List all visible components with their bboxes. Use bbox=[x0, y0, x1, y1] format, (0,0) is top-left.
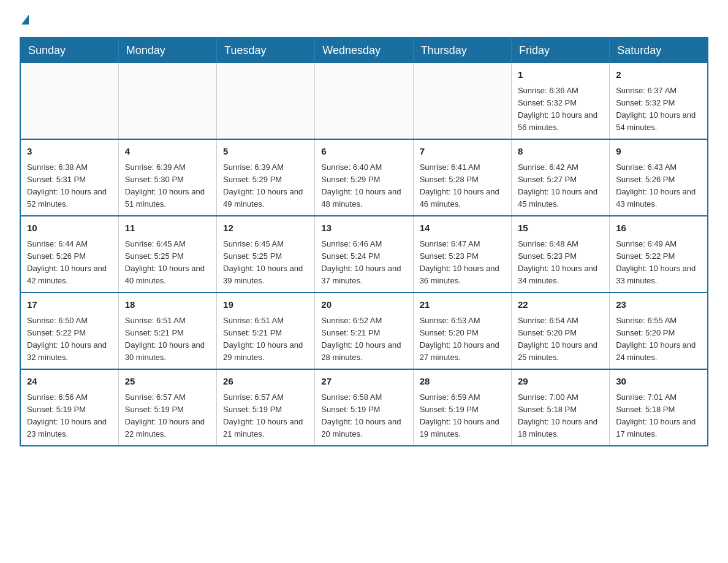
day-info: Sunrise: 6:47 AM Sunset: 5:23 PM Dayligh… bbox=[420, 238, 505, 288]
day-number: 16 bbox=[616, 221, 701, 236]
day-info: Sunrise: 6:52 AM Sunset: 5:21 PM Dayligh… bbox=[321, 315, 406, 364]
day-number: 17 bbox=[27, 298, 112, 312]
calendar-cell: 1Sunrise: 6:36 AM Sunset: 5:32 PM Daylig… bbox=[511, 63, 609, 139]
calendar-cell: 14Sunrise: 6:47 AM Sunset: 5:23 PM Dayli… bbox=[413, 216, 511, 293]
calendar-table: SundayMondayTuesdayWednesdayThursdayFrid… bbox=[20, 37, 708, 446]
day-info: Sunrise: 7:00 AM Sunset: 5:18 PM Dayligh… bbox=[518, 391, 603, 441]
day-number: 9 bbox=[616, 145, 701, 159]
day-number: 19 bbox=[223, 298, 308, 312]
day-number: 23 bbox=[616, 298, 701, 312]
day-info: Sunrise: 6:38 AM Sunset: 5:31 PM Dayligh… bbox=[27, 161, 112, 211]
calendar-cell bbox=[315, 63, 413, 139]
day-info: Sunrise: 6:39 AM Sunset: 5:29 PM Dayligh… bbox=[223, 161, 308, 211]
day-info: Sunrise: 6:42 AM Sunset: 5:27 PM Dayligh… bbox=[518, 161, 603, 211]
calendar-cell: 16Sunrise: 6:49 AM Sunset: 5:22 PM Dayli… bbox=[610, 216, 708, 293]
day-info: Sunrise: 6:51 AM Sunset: 5:21 PM Dayligh… bbox=[125, 315, 210, 364]
calendar-cell: 21Sunrise: 6:53 AM Sunset: 5:20 PM Dayli… bbox=[413, 293, 511, 369]
calendar-cell: 26Sunrise: 6:57 AM Sunset: 5:19 PM Dayli… bbox=[217, 369, 315, 446]
calendar-cell: 24Sunrise: 6:56 AM Sunset: 5:19 PM Dayli… bbox=[20, 369, 118, 446]
logo-triangle-icon bbox=[21, 15, 29, 25]
calendar-cell: 8Sunrise: 6:42 AM Sunset: 5:27 PM Daylig… bbox=[511, 139, 609, 216]
day-info: Sunrise: 6:57 AM Sunset: 5:19 PM Dayligh… bbox=[125, 391, 210, 441]
calendar-cell: 7Sunrise: 6:41 AM Sunset: 5:28 PM Daylig… bbox=[413, 139, 511, 216]
calendar-cell: 13Sunrise: 6:46 AM Sunset: 5:24 PM Dayli… bbox=[315, 216, 413, 293]
day-number: 29 bbox=[518, 375, 603, 389]
calendar-cell: 22Sunrise: 6:54 AM Sunset: 5:20 PM Dayli… bbox=[511, 293, 609, 369]
day-number: 12 bbox=[223, 221, 308, 236]
calendar-cell: 18Sunrise: 6:51 AM Sunset: 5:21 PM Dayli… bbox=[118, 293, 216, 369]
day-number: 10 bbox=[27, 221, 112, 236]
day-number: 15 bbox=[518, 221, 603, 236]
calendar-cell: 11Sunrise: 6:45 AM Sunset: 5:25 PM Dayli… bbox=[118, 216, 216, 293]
calendar-cell bbox=[413, 63, 511, 139]
day-info: Sunrise: 6:58 AM Sunset: 5:19 PM Dayligh… bbox=[321, 391, 406, 441]
day-info: Sunrise: 6:46 AM Sunset: 5:24 PM Dayligh… bbox=[321, 238, 406, 288]
day-info: Sunrise: 6:57 AM Sunset: 5:19 PM Dayligh… bbox=[223, 391, 308, 441]
calendar-cell: 29Sunrise: 7:00 AM Sunset: 5:18 PM Dayli… bbox=[511, 369, 609, 446]
day-number: 24 bbox=[27, 375, 112, 389]
calendar-cell: 10Sunrise: 6:44 AM Sunset: 5:26 PM Dayli… bbox=[20, 216, 118, 293]
col-header-wednesday: Wednesday bbox=[315, 37, 413, 63]
day-number: 20 bbox=[321, 298, 406, 312]
calendar-cell bbox=[20, 63, 118, 139]
calendar-header-row: SundayMondayTuesdayWednesdayThursdayFrid… bbox=[20, 37, 708, 63]
day-number: 8 bbox=[518, 145, 603, 159]
calendar-cell: 27Sunrise: 6:58 AM Sunset: 5:19 PM Dayli… bbox=[315, 369, 413, 446]
calendar-cell: 23Sunrise: 6:55 AM Sunset: 5:20 PM Dayli… bbox=[610, 293, 708, 369]
day-number: 28 bbox=[420, 375, 505, 389]
calendar-cell: 4Sunrise: 6:39 AM Sunset: 5:30 PM Daylig… bbox=[118, 139, 216, 216]
day-info: Sunrise: 6:40 AM Sunset: 5:29 PM Dayligh… bbox=[321, 161, 406, 211]
day-info: Sunrise: 6:45 AM Sunset: 5:25 PM Dayligh… bbox=[223, 238, 308, 288]
col-header-thursday: Thursday bbox=[413, 37, 511, 63]
calendar-week-row-3: 10Sunrise: 6:44 AM Sunset: 5:26 PM Dayli… bbox=[20, 216, 708, 293]
calendar-cell: 6Sunrise: 6:40 AM Sunset: 5:29 PM Daylig… bbox=[315, 139, 413, 216]
day-number: 6 bbox=[321, 145, 406, 159]
day-number: 4 bbox=[125, 145, 210, 159]
day-info: Sunrise: 7:01 AM Sunset: 5:18 PM Dayligh… bbox=[616, 391, 701, 441]
calendar-cell bbox=[217, 63, 315, 139]
col-header-saturday: Saturday bbox=[610, 37, 708, 63]
calendar-week-row-5: 24Sunrise: 6:56 AM Sunset: 5:19 PM Dayli… bbox=[20, 369, 708, 446]
day-info: Sunrise: 6:41 AM Sunset: 5:28 PM Dayligh… bbox=[420, 161, 505, 211]
calendar-week-row-4: 17Sunrise: 6:50 AM Sunset: 5:22 PM Dayli… bbox=[20, 293, 708, 369]
day-info: Sunrise: 6:49 AM Sunset: 5:22 PM Dayligh… bbox=[616, 238, 701, 288]
day-info: Sunrise: 6:45 AM Sunset: 5:25 PM Dayligh… bbox=[125, 238, 210, 288]
calendar-cell bbox=[118, 63, 216, 139]
day-info: Sunrise: 6:59 AM Sunset: 5:19 PM Dayligh… bbox=[420, 391, 505, 441]
col-header-monday: Monday bbox=[118, 37, 216, 63]
calendar-cell: 20Sunrise: 6:52 AM Sunset: 5:21 PM Dayli… bbox=[315, 293, 413, 369]
day-number: 13 bbox=[321, 221, 406, 236]
day-number: 25 bbox=[125, 375, 210, 389]
calendar-cell: 9Sunrise: 6:43 AM Sunset: 5:26 PM Daylig… bbox=[610, 139, 708, 216]
calendar-cell: 2Sunrise: 6:37 AM Sunset: 5:32 PM Daylig… bbox=[610, 63, 708, 139]
calendar-cell: 5Sunrise: 6:39 AM Sunset: 5:29 PM Daylig… bbox=[217, 139, 315, 216]
day-info: Sunrise: 6:44 AM Sunset: 5:26 PM Dayligh… bbox=[27, 238, 112, 288]
col-header-friday: Friday bbox=[511, 37, 609, 63]
calendar-cell: 17Sunrise: 6:50 AM Sunset: 5:22 PM Dayli… bbox=[20, 293, 118, 369]
logo-text bbox=[20, 15, 29, 26]
day-number: 11 bbox=[125, 221, 210, 236]
day-number: 18 bbox=[125, 298, 210, 312]
day-info: Sunrise: 6:50 AM Sunset: 5:22 PM Dayligh… bbox=[27, 315, 112, 364]
day-info: Sunrise: 6:54 AM Sunset: 5:20 PM Dayligh… bbox=[518, 315, 603, 364]
calendar-cell: 12Sunrise: 6:45 AM Sunset: 5:25 PM Dayli… bbox=[217, 216, 315, 293]
day-number: 21 bbox=[420, 298, 505, 312]
col-header-sunday: Sunday bbox=[20, 37, 118, 63]
day-info: Sunrise: 6:37 AM Sunset: 5:32 PM Dayligh… bbox=[616, 85, 701, 134]
day-number: 3 bbox=[27, 145, 112, 159]
calendar-cell: 3Sunrise: 6:38 AM Sunset: 5:31 PM Daylig… bbox=[20, 139, 118, 216]
calendar-cell: 19Sunrise: 6:51 AM Sunset: 5:21 PM Dayli… bbox=[217, 293, 315, 369]
day-info: Sunrise: 6:48 AM Sunset: 5:23 PM Dayligh… bbox=[518, 238, 603, 288]
day-number: 30 bbox=[616, 375, 701, 389]
logo bbox=[20, 15, 29, 25]
day-number: 7 bbox=[420, 145, 505, 159]
day-info: Sunrise: 6:39 AM Sunset: 5:30 PM Dayligh… bbox=[125, 161, 210, 211]
day-number: 27 bbox=[321, 375, 406, 389]
day-info: Sunrise: 6:53 AM Sunset: 5:20 PM Dayligh… bbox=[420, 315, 505, 364]
day-number: 1 bbox=[518, 68, 603, 82]
header bbox=[20, 15, 708, 25]
day-info: Sunrise: 6:43 AM Sunset: 5:26 PM Dayligh… bbox=[616, 161, 701, 211]
day-info: Sunrise: 6:56 AM Sunset: 5:19 PM Dayligh… bbox=[27, 391, 112, 441]
day-number: 22 bbox=[518, 298, 603, 312]
day-number: 14 bbox=[420, 221, 505, 236]
